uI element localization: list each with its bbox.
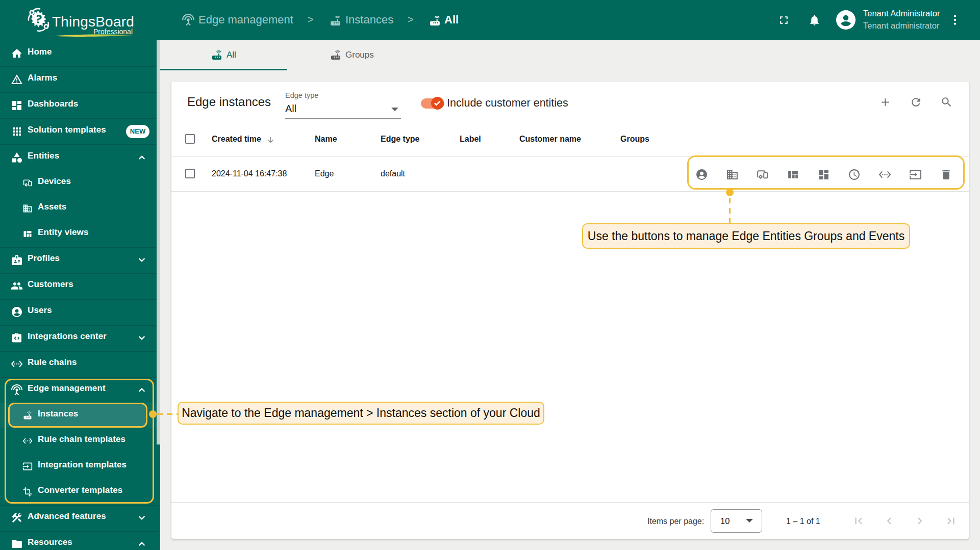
- svg-text:Professional: Professional: [93, 28, 133, 36]
